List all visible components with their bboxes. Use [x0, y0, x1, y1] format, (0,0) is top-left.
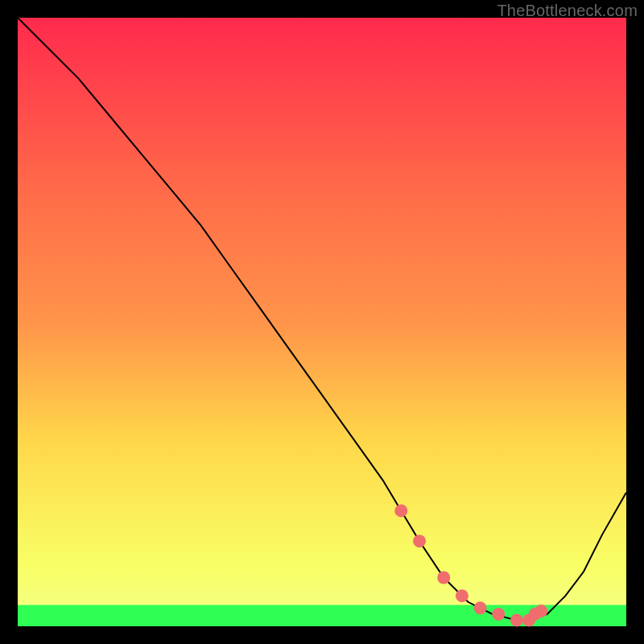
optimal-marker	[474, 601, 487, 614]
chart-container: TheBottleneck.com	[0, 0, 644, 644]
bottleneck-chart	[0, 0, 644, 644]
optimal-marker	[394, 504, 407, 517]
optimal-marker	[510, 613, 523, 626]
optimal-marker	[456, 589, 469, 602]
optimal-marker	[437, 572, 450, 584]
plot-background	[18, 18, 626, 626]
watermark-label: TheBottleneck.com	[497, 2, 638, 20]
optimal-marker	[492, 608, 505, 621]
optimal-marker	[413, 535, 426, 547]
optimal-marker	[535, 605, 547, 617]
